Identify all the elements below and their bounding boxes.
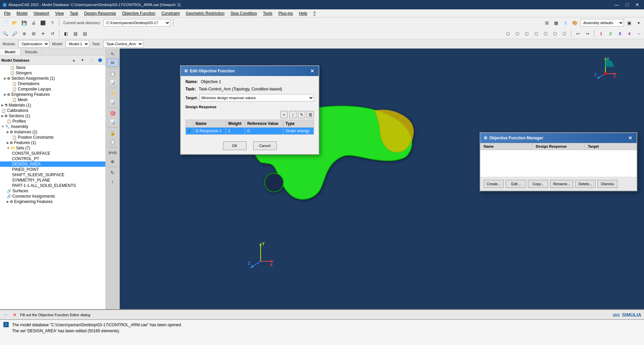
list-item[interactable]: ▼ 🔧 Assembly [0, 124, 105, 129]
tree-up-icon[interactable]: ▲ [70, 56, 78, 64]
xyz-icon[interactable]: (XYZ) [109, 149, 117, 157]
list-item[interactable]: 📋 Position Constraints [0, 135, 105, 140]
menu-view[interactable]: View [53, 10, 67, 16]
close-button[interactable]: ✕ [633, 1, 641, 8]
menu-viewport[interactable]: Viewport [31, 10, 52, 16]
menu-help[interactable]: Help [296, 10, 310, 16]
list-item[interactable]: ▶ ⚙ Section Assignments (1) [0, 76, 105, 81]
list-item[interactable]: 📋 Skins [0, 65, 105, 70]
model-select[interactable]: Model-1 [66, 40, 89, 48]
edit-row-button[interactable]: ✎ [298, 111, 305, 118]
info-icon[interactable]: ℹ [561, 19, 570, 27]
create-design-resp-icon[interactable]: ⚡ [109, 89, 117, 97]
menu-constraint[interactable]: Constraint [159, 10, 182, 16]
edit-button[interactable]: Edit... [506, 180, 526, 188]
manage-obj-func-icon[interactable]: 📊 [109, 118, 117, 126]
move-row-button[interactable]: ↕ [289, 111, 297, 118]
all-filter[interactable]: All [107, 59, 119, 67]
create-button[interactable]: Create... [484, 180, 504, 188]
view-iso-icon[interactable]: ◧ [62, 29, 70, 38]
color-icon[interactable]: 🎨 [571, 19, 579, 27]
open-button[interactable]: 📂 [11, 19, 19, 27]
manage-constraint-icon[interactable]: 📋 [109, 138, 117, 146]
expand-icon[interactable]: ▶ [7, 130, 9, 134]
tab-results[interactable]: Results [20, 49, 43, 55]
view-front-icon[interactable]: ▨ [71, 29, 79, 38]
menu-help2[interactable]: ? [311, 10, 318, 16]
step-icon[interactable]: ↕ [109, 177, 117, 185]
assembly-dropdown[interactable]: Assembly defaults [580, 19, 624, 26]
maximize-button[interactable]: □ [624, 1, 631, 8]
grid-icon[interactable]: ⊞ [543, 19, 551, 27]
view3d-2[interactable]: ⬡ [513, 29, 521, 38]
expand-icon[interactable]: ▶ [1, 104, 4, 107]
arrow-icon[interactable]: → [635, 29, 643, 38]
menu-plug-ins[interactable]: Plug-ins [276, 10, 296, 16]
delete-button[interactable]: Delete... [575, 180, 595, 188]
obj-manager-close-button[interactable]: ✕ [627, 135, 633, 141]
view3d-1[interactable]: ⬡ [504, 29, 512, 38]
table-icon[interactable]: ▦ [552, 19, 560, 27]
dismiss-button[interactable]: Dismiss [597, 180, 618, 188]
menu-objective-function[interactable]: Objective Function [119, 10, 158, 16]
ok-button[interactable]: OK [223, 141, 247, 150]
zoom-in-icon[interactable]: 🔍 [1, 29, 9, 38]
menu-stop-condition[interactable]: Stop Condition [228, 10, 260, 16]
list-item[interactable]: CONTROL_PT [0, 156, 105, 161]
create-obj-func-icon[interactable]: 🎯 [109, 109, 117, 117]
view-top-icon[interactable]: ▤ [81, 29, 89, 38]
coords-icon[interactable]: ⊕ [109, 157, 117, 165]
minimize-button[interactable]: — [612, 1, 621, 8]
render-icon[interactable]: ▣ [625, 19, 633, 27]
fit-icon[interactable]: ⊕ [20, 29, 28, 38]
tree-copy-icon[interactable]: ⬜ [87, 56, 95, 64]
list-item[interactable]: SHAFT_SLEEVE_SURFACE [0, 172, 105, 178]
tree-down-icon[interactable]: ▼ [78, 56, 87, 64]
list-item[interactable]: 🔗 Connector Assignments [0, 194, 105, 199]
expand-icon[interactable]: ▶ [7, 141, 9, 144]
num1-btn[interactable]: 1 [597, 29, 605, 38]
num3-btn[interactable]: 3 [616, 29, 624, 38]
list-item[interactable]: 🔗 Surfaces [0, 188, 105, 194]
menu-geometric-restriction[interactable]: Geometric Restriction [183, 10, 227, 16]
manage-task-icon[interactable]: 📊 [109, 78, 117, 86]
num2-btn[interactable]: 2 [606, 29, 614, 38]
list-item[interactable]: SYMMETRY_PLANE [0, 178, 105, 183]
view3d-4[interactable]: ⬡ [532, 29, 540, 38]
view3d-7[interactable]: ⬡ [560, 29, 568, 38]
rename-button[interactable]: Rename... [550, 180, 573, 188]
pan-icon[interactable]: ✛ [39, 29, 47, 38]
menu-design-response[interactable]: Design Response [82, 10, 119, 16]
list-item[interactable]: DESIGN_AREA [0, 161, 105, 167]
dialog-close-button[interactable]: ✕ [309, 68, 315, 74]
manage-design-resp-icon[interactable]: 📊 [109, 98, 117, 106]
list-item[interactable]: 📋 Composite Layups [0, 86, 105, 92]
expand-icon[interactable]: ▶ [1, 114, 4, 118]
help-icon[interactable]: ? [48, 19, 56, 27]
list-item[interactable]: CONSTR_SURFACE [0, 151, 105, 156]
rotate-step-icon[interactable]: ↻ [109, 168, 117, 177]
target-select[interactable]: Minimize design response values [200, 94, 314, 101]
table-row[interactable]: ✓ D-Response-1 1 0 Strain energy [186, 128, 314, 135]
expand-icon[interactable]: ▶ [4, 93, 6, 96]
new-button[interactable]: 📄 [1, 19, 9, 27]
list-item[interactable]: 📋 Stringers [0, 70, 105, 76]
list-item[interactable]: 📋 Calibrations [0, 108, 105, 113]
add-row-button[interactable]: + [280, 111, 288, 118]
list-item[interactable]: ▶ ⚙ Instances (1) [0, 129, 105, 135]
expand-icon[interactable]: ▶ [4, 77, 6, 80]
create-constraint-icon[interactable]: 🔒 [109, 129, 117, 137]
zoom-out-icon[interactable]: 🔎 [11, 29, 19, 38]
expand-icon[interactable]: ▼ [7, 146, 10, 150]
list-item[interactable]: 📋 Profiles [0, 119, 105, 124]
select-tool[interactable]: ↖ [109, 50, 117, 58]
zoom-box-icon[interactable]: ⊞ [30, 29, 38, 38]
menu-tools[interactable]: Tools [260, 10, 275, 16]
create-task-icon[interactable]: 📋 [109, 70, 117, 78]
abaqus-icon[interactable]: ⬛ [39, 19, 47, 27]
copy-button[interactable]: Copy... [528, 180, 548, 188]
list-item[interactable]: 📋 Orientations [0, 81, 105, 86]
menu-task[interactable]: Task [67, 10, 81, 16]
expand-icon[interactable]: ▶ [7, 200, 9, 203]
list-item[interactable]: 📋 Mesh [0, 97, 105, 102]
